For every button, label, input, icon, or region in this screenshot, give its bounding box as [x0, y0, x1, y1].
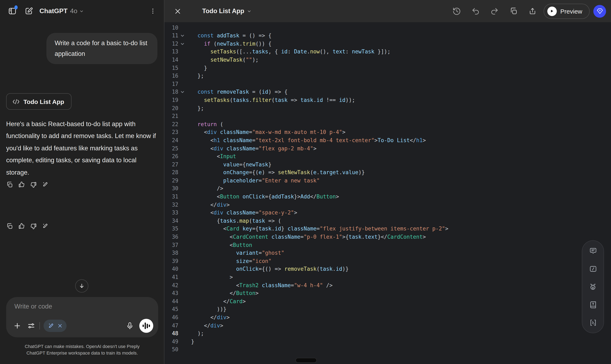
code-line[interactable]: 24 <h1 className="text-2xl font-bold mb-…: [164, 136, 611, 144]
code-line[interactable]: 14 setNewTask("");: [164, 56, 611, 64]
code-line[interactable]: 10: [164, 24, 611, 32]
chevron-down-icon: [247, 9, 252, 13]
version-history-button[interactable]: [451, 6, 462, 16]
edit-pencil-sparkle-button[interactable]: [42, 223, 49, 230]
code-text: </div>: [191, 313, 230, 322]
code-line[interactable]: 13 setTasks([...tasks, { id: Date.now(),…: [164, 48, 611, 56]
message-composer[interactable]: Write or code: [6, 297, 158, 337]
horizontal-scrollbar-thumb[interactable]: [295, 358, 317, 363]
line-number: 32: [164, 201, 178, 209]
chat-options-button[interactable]: [147, 5, 159, 17]
code-line[interactable]: 30 />: [164, 185, 611, 193]
code-text: setTasks([...tasks, { id: Date.now(), te…: [191, 48, 390, 56]
code-line[interactable]: 44 </Card>: [164, 298, 611, 305]
fold-chevron-icon[interactable]: [178, 42, 187, 46]
code-line[interactable]: 35 <Card key={task.id} className="flex j…: [164, 225, 611, 233]
composer-input[interactable]: Write or code: [14, 303, 52, 310]
thumbs-up-button[interactable]: [18, 223, 25, 230]
code-line[interactable]: 31 <Button onClick={addTask}>Add</Button…: [164, 193, 611, 201]
code-line[interactable]: 42 <Trash2 className="w-4 h-4" />: [164, 281, 611, 289]
line-number: 11: [164, 32, 178, 40]
code-review-button[interactable]: [588, 247, 598, 256]
code-line[interactable]: 37 <Button: [164, 241, 611, 249]
code-line[interactable]: 49}: [164, 338, 611, 346]
model-switcher[interactable]: ChatGPT 4o: [39, 7, 84, 15]
code-line[interactable]: 41 >: [164, 273, 611, 281]
code-text: </Card>: [191, 298, 246, 305]
code-line[interactable]: 33 <div className="space-y-2">: [164, 209, 611, 217]
code-line[interactable]: 45 ))}: [164, 305, 611, 313]
attach-plus-button[interactable]: [12, 320, 23, 331]
port-language-button[interactable]: [588, 300, 598, 309]
edit-pencil-sparkle-button[interactable]: [42, 181, 49, 188]
fix-bugs-button[interactable]: [588, 282, 598, 291]
code-editor[interactable]: 9 const [newTask, setNewTask] = useState…: [164, 16, 611, 354]
thumbs-up-button[interactable]: [18, 181, 25, 188]
code-line[interactable]: 50: [164, 346, 611, 354]
shortcuts-button[interactable]: [588, 318, 598, 327]
code-text: <div className="space-y-2">: [191, 209, 297, 217]
close-icon: [174, 8, 181, 14]
code-line[interactable]: 19 setTasks(tasks.filter(task => task.id…: [164, 96, 611, 104]
code-line[interactable]: 26 <Input: [164, 152, 611, 160]
preview-button[interactable]: Preview: [543, 3, 590, 19]
code-line[interactable]: 27 value={newTask}: [164, 160, 611, 169]
code-line[interactable]: 23 <div className="max-w-md mx-auto mt-1…: [164, 128, 611, 136]
code-line[interactable]: 18 const removeTask = (id) => {: [164, 88, 611, 96]
copy-canvas-button[interactable]: [508, 6, 519, 16]
copy-button[interactable]: [6, 223, 13, 230]
canvas-tool-chip[interactable]: [44, 320, 66, 332]
code-line[interactable]: 12 if (newTask.trim()) {: [164, 40, 611, 48]
canvas-card-title: Todo List App: [23, 98, 64, 105]
gpt-gem-badge[interactable]: [593, 5, 606, 17]
code-line[interactable]: 17: [164, 80, 611, 88]
code-line[interactable]: 39 size="icon": [164, 257, 611, 265]
copy-button[interactable]: [6, 181, 13, 188]
sidebar-toggle-button[interactable]: [7, 5, 18, 17]
code-line[interactable]: 40 onClick={() => removeTask(task.id)}: [164, 265, 611, 273]
thumbs-down-button[interactable]: [30, 223, 37, 230]
remove-tool-x-icon[interactable]: [58, 323, 63, 328]
code-line[interactable]: 28 onChange={(e) => setNewTask(e.target.…: [164, 169, 611, 177]
new-chat-icon: [24, 7, 33, 16]
code-line[interactable]: 20 };: [164, 104, 611, 112]
code-line[interactable]: 34 {tasks.map(task => (: [164, 217, 611, 225]
tools-slider-button[interactable]: [26, 320, 37, 331]
share-button[interactable]: [527, 6, 538, 16]
thumbs-down-button[interactable]: [30, 181, 37, 188]
composer-divider: [39, 322, 40, 329]
undo-button[interactable]: [470, 6, 481, 16]
code-line[interactable]: 16 };: [164, 72, 611, 80]
gem-diamond-icon: [596, 7, 603, 15]
redo-button[interactable]: [489, 6, 500, 16]
fold-chevron-icon[interactable]: [178, 34, 187, 38]
fold-chevron-icon[interactable]: [178, 90, 187, 94]
microphone-button[interactable]: [125, 320, 135, 331]
code-line[interactable]: 21: [164, 112, 611, 120]
code-line[interactable]: 11 const addTask = () => {: [164, 32, 611, 40]
code-text: {tasks.map(task => (: [191, 217, 281, 225]
code-line[interactable]: 25 <div className="flex gap-2 mb-4">: [164, 144, 611, 152]
code-line[interactable]: 47 </div>: [164, 322, 611, 329]
voice-mode-button[interactable]: [139, 319, 153, 333]
code-text: const addTask = () => {: [191, 32, 271, 40]
code-text: onChange={(e) => setNewTask(e.target.val…: [191, 169, 365, 177]
add-logs-button[interactable]: [588, 264, 598, 273]
code-line[interactable]: 15 }: [164, 64, 611, 72]
code-text: <div className="flex gap-2 mb-4">: [191, 144, 317, 152]
close-canvas-button[interactable]: [172, 6, 183, 16]
new-chat-button[interactable]: [23, 5, 35, 17]
code-line[interactable]: 48 );: [164, 329, 611, 338]
code-line[interactable]: 22 return (: [164, 120, 611, 128]
code-line[interactable]: 38 variant="ghost": [164, 249, 611, 257]
code-line[interactable]: 46 </div>: [164, 313, 611, 322]
canvas-document-card[interactable]: Todo List App: [6, 93, 71, 110]
code-line[interactable]: 43 </Button>: [164, 289, 611, 297]
code-line[interactable]: 32 </div>: [164, 201, 611, 209]
panel-divider: [164, 0, 164, 364]
code-line[interactable]: 29 placeholder="Enter a new task": [164, 177, 611, 185]
canvas-title-menu[interactable]: Todo List App: [202, 7, 252, 15]
brand-label: ChatGPT: [39, 7, 68, 15]
code-line[interactable]: 36 <CardContent className="p-0 flex-1">{…: [164, 233, 611, 241]
scroll-to-bottom-button[interactable]: [75, 279, 88, 293]
